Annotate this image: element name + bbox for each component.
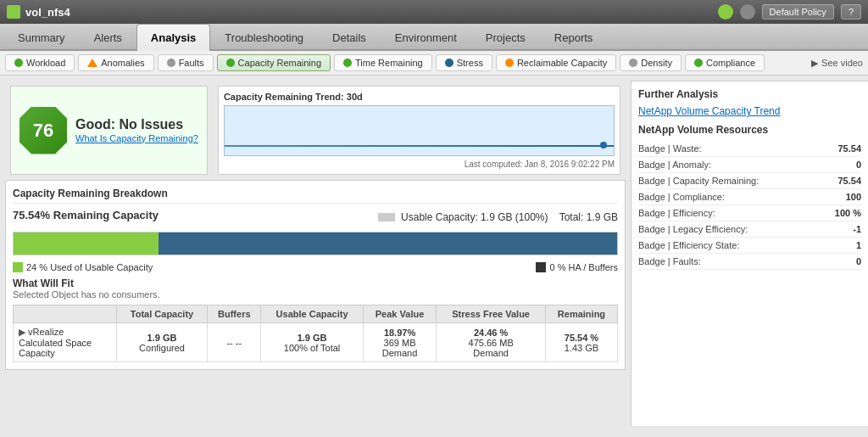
resource-row-3: Badge | Compliance: 100 [638,189,861,205]
capacity-remaining-icon [226,59,235,67]
resource-row-6: Badge | Efficiency State: 1 [638,238,861,254]
bar-legend: 24 % Used of Usable Capacity 0 % HA / Bu… [13,262,618,272]
further-analysis-title: Further Analysis [638,88,861,100]
ha-legend-label: 0 % HA / Buffers [549,262,618,272]
usable-icon [378,213,395,221]
resource-row-4: Badge | Efficiency: 100 % [638,205,861,221]
top-bar-controls: Default Policy ? [718,4,861,20]
col-total: Total Capacity [116,305,207,323]
used-legend-color [13,262,23,272]
trend-dot [600,142,607,148]
what-fit-sub: Selected Object has no consumers. [13,289,618,300]
subtab-stress[interactable]: Stress [436,54,492,71]
row-name: ▶ vRealizeCalculated SpaceCapacity [14,323,117,362]
trend-title: Capacity Remaining Trend: 30d [224,92,615,102]
tab-summary[interactable]: Summary [3,24,80,51]
reclaimable-icon [505,59,514,67]
bar-remaining [159,233,617,255]
faults-icon [167,59,175,67]
row-remaining: 75.54 %1.43 GB [545,323,617,362]
subtab-density[interactable]: Density [620,54,682,71]
col-usable: Usable Capacity [261,305,363,323]
capacity-table: Total Capacity Buffers Usable Capacity P… [13,305,618,362]
status-icon [718,4,733,20]
resource-row-1: Badge | Anomaly: 0 [638,157,861,173]
further-analysis-link[interactable]: NetApp Volume Capacity Trend [638,105,861,117]
top-bar: vol_nfs4 Default Policy ? [0,0,868,24]
row-usable: 1.9 GB100% of Total [261,323,363,362]
resources-title: NetApp Volume Resources [638,124,861,136]
subtab-anomalies[interactable]: Anomalies [78,54,153,71]
score-title: Good: No Issues [75,117,198,132]
see-video-button[interactable]: ▶See video [811,58,863,69]
subtab-compliance[interactable]: Compliance [685,54,765,71]
bar-used [14,233,159,255]
window-title-area: vol_nfs4 [7,5,70,19]
resource-row-2: Badge | Capacity Remaining: 75.54 [638,173,861,189]
ha-legend-color [536,262,546,272]
col-buffers: Buffers [208,305,261,323]
tab-troubleshooting[interactable]: Troubleshooting [210,24,318,51]
score-card: 76 Good: No Issues What Is Capacity Rema… [10,86,208,175]
subtab-faults[interactable]: Faults [158,54,214,71]
row-buffers: -- -- [208,323,261,362]
subtab-capacity-remaining[interactable]: Capacity Remaining [217,54,331,71]
right-panel: Further Analysis NetApp Volume Capacity … [631,81,868,426]
score-row: 76 Good: No Issues What Is Capacity Rema… [5,81,626,180]
tab-projects[interactable]: Projects [471,24,540,51]
capacity-header: 75.54% Remaining Capacity Usable Capacit… [13,209,618,225]
col-remaining: Remaining [545,305,617,323]
anomalies-icon [87,59,97,67]
time-remaining-icon [343,59,352,67]
last-computed: Last computed: Jan 8, 2016 9:02:22 PM [224,160,615,169]
used-legend: 24 % Used of Usable Capacity [13,262,153,272]
row-peak: 18.97%369 MBDemand [363,323,437,362]
usable-label: Usable Capacity: 1.9 GB (100%) [401,211,548,223]
table-row: ▶ vRealizeCalculated SpaceCapacity 1.9 G… [14,323,618,362]
breakdown-title: Capacity Remaining Breakdown [13,188,618,204]
density-icon [629,59,637,67]
tab-alerts[interactable]: Alerts [80,24,136,51]
expand-icon[interactable]: ▶ [19,327,28,337]
resource-row-5: Badge | Legacy Efficiency: -1 [638,221,861,238]
col-stress-free: Stress Free Value [437,305,546,323]
capacity-bar [13,232,618,255]
capacity-meta: Usable Capacity: 1.9 GB (100%) Total: 1.… [378,211,618,223]
row-total: 1.9 GBConfigured [116,323,207,362]
trend-chart [224,105,615,156]
ha-legend: 0 % HA / Buffers [536,262,618,272]
score-badge: 76 [19,107,67,154]
trend-line [225,145,614,147]
resource-row-0: Badge | Waste: 75.54 [638,141,861,157]
table-header: Total Capacity Buffers Usable Capacity P… [14,305,618,323]
subtab-reclaimable[interactable]: Reclaimable Capacity [496,54,616,71]
capacity-pct: 75.54% Remaining Capacity [13,209,159,221]
main-content: 76 Good: No Issues What Is Capacity Rema… [0,76,868,426]
status-icon2 [740,4,755,20]
tab-environment[interactable]: Environment [381,24,471,51]
what-fit-title: What Will Fit [13,277,618,289]
row-stress-free: 24.46 %475.66 MBDemand [437,323,546,362]
total-label: Total: 1.9 GB [559,211,618,223]
compliance-icon [694,59,703,67]
workload-icon [14,59,23,67]
breakdown-section: Capacity Remaining Breakdown 75.54% Rema… [5,180,626,370]
subtab-workload[interactable]: Workload [5,54,75,71]
app-icon [7,5,20,19]
window-title: vol_nfs4 [25,6,70,19]
policy-button[interactable]: Default Policy [762,4,834,20]
tab-analysis[interactable]: Analysis [136,24,210,51]
sub-tabs: Workload Anomalies Faults Capacity Remai… [0,51,868,76]
tab-details[interactable]: Details [318,24,381,51]
capacity-remaining-link[interactable]: What Is Capacity Remaining? [75,133,198,143]
tab-reports[interactable]: Reports [540,24,608,51]
subtab-time-remaining[interactable]: Time Remaining [334,54,432,71]
resource-row-7: Badge | Faults: 0 [638,254,861,270]
table-body: ▶ vRealizeCalculated SpaceCapacity 1.9 G… [14,323,618,362]
used-legend-label: 24 % Used of Usable Capacity [26,262,153,272]
col-peak: Peak Value [363,305,437,323]
nav-tabs: Summary Alerts Analysis Troubleshooting … [0,24,868,51]
left-panel: 76 Good: No Issues What Is Capacity Rema… [0,76,631,426]
stress-icon [445,59,453,67]
help-button[interactable]: ? [841,4,861,20]
